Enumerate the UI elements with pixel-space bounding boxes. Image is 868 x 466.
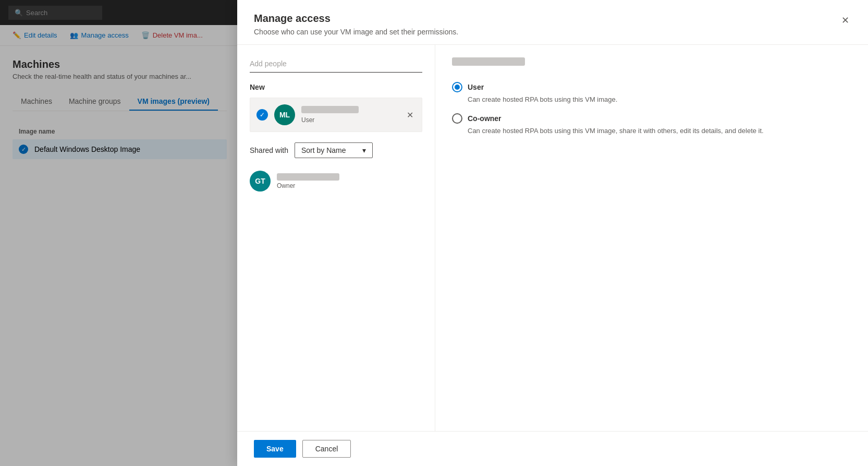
chevron-down-icon: ▾ [362,146,366,154]
dialog-footer: Save Cancel [237,431,868,466]
shared-user-item: GT Owner [250,166,422,196]
sort-dropdown[interactable]: Sort by Name ▾ [295,142,373,158]
dialog-subtitle: Choose who can use your VM image and set… [254,28,458,36]
right-panel: User Can create hosted RPA bots using th… [435,45,868,431]
coowner-radio-button[interactable] [452,113,462,124]
left-panel: New ML User ✕ Shared with Sort by Name ▾ [237,45,435,431]
shared-user-role: Owner [277,182,339,189]
shared-with-label: Shared with [250,146,288,154]
new-section-label: New [250,83,422,91]
remove-user-button[interactable]: ✕ [405,108,415,122]
ml-avatar: ML [274,104,295,125]
new-user-name-blurred [301,106,359,113]
coowner-radio-desc: Can create hosted RPA bots using this VM… [452,126,851,136]
user-radio-label: User [468,83,484,91]
permission-radio-group: User Can create hosted RPA bots using th… [452,82,851,136]
manage-access-dialog: Manage access Choose who can use your VM… [237,0,868,466]
sort-dropdown-label: Sort by Name [301,146,346,154]
dialog-title: Manage access [254,13,458,25]
shared-with-row: Shared with Sort by Name ▾ [250,142,422,158]
dialog-body: New ML User ✕ Shared with Sort by Name ▾ [237,45,868,431]
dialog-header: Manage access Choose who can use your VM… [237,0,868,45]
new-user-card: ML User ✕ [250,98,422,132]
user-card-check-icon [256,109,268,121]
cancel-button[interactable]: Cancel [302,440,351,458]
gt-avatar: GT [250,171,271,192]
user-radio-desc: Can create hosted RPA bots using this VM… [452,94,851,105]
close-button[interactable]: ✕ [839,13,851,28]
coowner-radio-label: Co-owner [468,114,502,123]
save-button[interactable]: Save [254,440,296,458]
user-radio-option: User Can create hosted RPA bots using th… [452,82,851,105]
user-radio-button[interactable] [452,82,462,92]
shared-user-name-blurred [277,173,339,181]
selected-user-name-blurred [452,57,525,66]
coowner-radio-option: Co-owner Can create hosted RPA bots usin… [452,113,851,136]
add-people-input[interactable] [250,57,422,73]
new-user-role: User [301,116,398,124]
